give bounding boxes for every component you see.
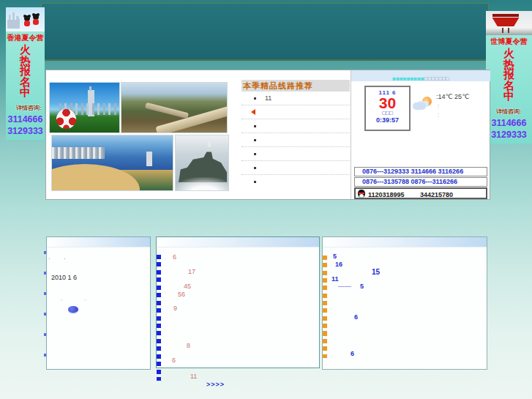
right-hot-text: 火 热 报 名 中: [486, 48, 532, 102]
panel3-link[interactable]: 5: [360, 283, 364, 290]
contact-phone-row-2: 0876---3135788 0876---3116266: [354, 177, 487, 187]
city-photo[interactable]: [49, 82, 120, 133]
calendar-widget: 111 6 30 □□□ 0:39:57: [364, 86, 411, 131]
consult-label: 详情咨询:: [496, 108, 522, 116]
fortress-photo[interactable]: [175, 135, 229, 191]
calendar-weekday: □□□: [366, 110, 409, 116]
bottom-panel-routes-list: [156, 236, 320, 368]
header-banner: [41, 3, 489, 61]
left-camp-title: 香港夏令营: [6, 33, 45, 42]
panel1-date[interactable]: 2010 1 6: [51, 274, 77, 281]
bullet-icon: [254, 125, 256, 127]
panel3-link[interactable]: 11: [331, 275, 339, 283]
qq-penguin-icon: [358, 190, 365, 198]
panel3-link[interactable]: 6: [354, 313, 358, 321]
route-item[interactable]: [241, 175, 350, 189]
left-consult-row: 详情咨询:: [6, 100, 45, 113]
panel2-link[interactable]: 9: [173, 305, 177, 312]
temperature-text: :14℃ 25℃: [436, 93, 469, 100]
vertical-divider: [351, 70, 351, 199]
panel2-link[interactable]: 6: [173, 253, 176, 261]
route-item[interactable]: [241, 147, 350, 161]
panel2-link[interactable]: 6: [172, 357, 176, 364]
panel3-dash: ——: [338, 283, 351, 290]
minnie-icon: [24, 15, 30, 21]
weather-line2: :: [438, 102, 439, 109]
contact-phone-row-1: 0876---3129333 3114666 3116266: [354, 167, 487, 176]
bullet-icon: [254, 153, 256, 155]
panel1-dots-2: · ·: [61, 297, 97, 302]
route-item[interactable]: 11: [241, 92, 350, 105]
wall-path-icon: [145, 102, 189, 119]
cloud-sun-icon: [413, 97, 433, 110]
travel-site-page: 香港夏令营 火 热 报 名 中 详情咨询: 3114666 3129333 世博…: [0, 0, 532, 399]
panel1-header: [47, 237, 150, 247]
cloud-mist-icon: [175, 177, 229, 191]
route-item[interactable]: [241, 105, 350, 119]
marquee-empty-blocks: □□□□□□□: [424, 75, 449, 82]
qq-contact-row: 1120318995 344215780: [354, 187, 487, 199]
right-camp-title: 世博夏令营: [486, 37, 532, 46]
seaside-tower-icon: [146, 152, 152, 166]
pavilion-roof-icon: [492, 14, 519, 17]
bullet-icon: [254, 97, 256, 100]
blue-blob-icon[interactable]: [68, 306, 78, 313]
panel2-header: [157, 237, 319, 247]
bullet-icon: [254, 181, 256, 183]
qq-number-2: 344215780: [420, 190, 453, 199]
consult-label: 详情咨询:: [16, 104, 42, 112]
panel1-tick-column: [44, 251, 46, 358]
routes-panel: 本季精品线路推荐 11: [241, 80, 350, 189]
panel3-header: [323, 237, 487, 247]
right-phone-2: 3129333: [486, 129, 532, 141]
beach-photo[interactable]: [51, 135, 173, 191]
sand-beach-icon: [51, 164, 140, 191]
castle-icon: [7, 12, 20, 29]
pavilion-legs-icon: [502, 28, 509, 33]
mickey-banner-image[interactable]: [6, 7, 45, 31]
mickey-icon: [33, 14, 39, 20]
right-consult-row: 详情咨询:: [486, 104, 532, 117]
route-item-label: 11: [265, 94, 271, 102]
panel3-bullet-column: [323, 256, 327, 358]
main-content-panel: 本季精品线路推荐 11: [45, 70, 490, 200]
panel2-link[interactable]: 45: [184, 283, 191, 290]
left-phone-1: 3114666: [6, 113, 45, 125]
panel3-link[interactable]: 6: [351, 350, 354, 357]
left-hot-text: 火 热 报 名 中: [6, 45, 45, 98]
panel3-link[interactable]: 5: [333, 253, 337, 260]
right-ad-banner[interactable]: 世博夏令营 火 热 报 名 中 详情咨询: 3114666 3129333: [486, 11, 532, 143]
panel3-link[interactable]: 16: [335, 261, 342, 268]
coast-buildings-icon: [52, 147, 105, 159]
panel3-link[interactable]: 15: [372, 268, 380, 276]
bottom-panel-hot-lines: [322, 236, 487, 370]
left-ad-banner[interactable]: 香港夏令营 火 热 报 名 中 详情咨询: 3114666 3129333: [6, 7, 45, 140]
route-item[interactable]: [241, 161, 350, 175]
panel1-dots: · ·: [48, 256, 72, 262]
calendar-clock: 0:39:57: [366, 116, 409, 124]
marquee-strip: ■■■■■■■■■□□□□□□□: [351, 70, 490, 81]
panel2-link[interactable]: 17: [188, 268, 195, 275]
great-wall-photo[interactable]: [121, 82, 228, 133]
tower-spire-icon: [89, 86, 91, 91]
right-phone-1: 3114666: [486, 117, 532, 129]
lighthouse-icon: [208, 140, 211, 147]
panel2-link[interactable]: 56: [178, 291, 185, 298]
red-arrow-icon: [251, 109, 255, 115]
bullet-icon: [254, 167, 256, 169]
graduate-icon: [7, 100, 16, 112]
expo-banner-image[interactable]: [486, 11, 532, 35]
more-link[interactable]: >>>>: [206, 381, 225, 388]
left-phone-2: 3129333: [6, 125, 45, 137]
expo-pavilion-icon: [491, 15, 520, 28]
weather-line3: :: [438, 111, 439, 118]
football-sculpture-icon: [56, 109, 76, 129]
route-item[interactable]: [241, 119, 350, 133]
route-item[interactable]: [241, 133, 350, 147]
calendar-day-number: 30: [366, 96, 409, 110]
panel2-link[interactable]: 11: [190, 373, 197, 380]
qq-number-1: 1120318995: [368, 190, 405, 199]
panel2-link[interactable]: 8: [187, 342, 190, 349]
panel2-bullet-column: [157, 255, 161, 381]
routes-title: 本季精品线路推荐: [241, 80, 350, 92]
